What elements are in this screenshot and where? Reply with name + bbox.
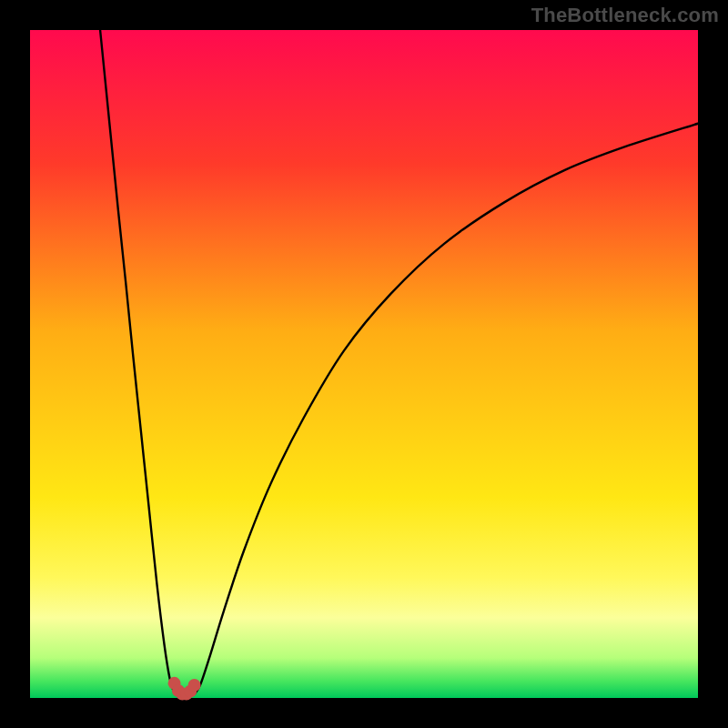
chart-stage: TheBottleneck.com: [0, 0, 728, 728]
dip-marker-dot: [188, 679, 201, 692]
chart-svg: [0, 0, 728, 728]
watermark-text: TheBottleneck.com: [531, 4, 719, 27]
plot-background: [30, 30, 698, 698]
